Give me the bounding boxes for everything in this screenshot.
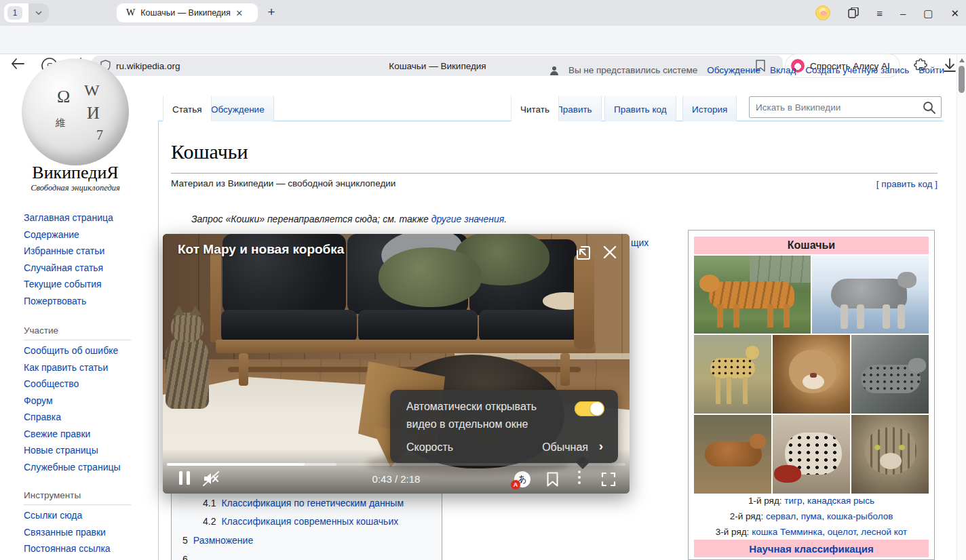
personal-link-talk[interactable]: Обсуждение [707,65,760,75]
toc-item[interactable]: 4.2Классификация современных кошачьих [203,516,398,527]
toc-item[interactable]: 6 [182,554,193,560]
sidebar-item-contents[interactable]: Содержание [24,229,79,240]
hatnote-link[interactable]: другие значения [431,214,505,224]
sidebar-item-community[interactable]: Сообщество [24,378,79,389]
tab-history[interactable]: История [682,96,737,121]
sidebar-item-current-events[interactable]: Текущие события [24,279,102,289]
taxobox: Кошачьи [688,230,935,560]
green-pillow [379,247,482,307]
globe-glyph: 7 [96,127,103,143]
link-tiger[interactable]: тигр [784,496,802,506]
fishing-cat-image[interactable] [851,335,929,414]
chevron-down-icon[interactable] [28,3,49,22]
sidebar-item-new-pages[interactable]: Новые страницы [24,445,98,456]
search-icon[interactable] [923,101,935,114]
sidebar-item-help[interactable]: Справка [24,412,61,422]
tab-read[interactable]: Читать [511,96,559,121]
popout-icon[interactable] [575,245,592,261]
close-window-button[interactable]: ✕ [950,8,959,18]
link-puma[interactable]: пума [801,511,822,521]
personal-link-create-account[interactable]: Создать учётную запись [805,65,909,75]
translate-badge: A [511,480,520,489]
temminck-cat-image[interactable] [694,415,771,494]
lynx-image[interactable] [812,256,929,334]
video-player[interactable]: Кот Мару и новая коробка 0:43 / 2:18 あ A [163,234,630,494]
tab-article[interactable]: Статья [163,96,212,121]
sidebar-item-main-page[interactable]: Заглавная страница [24,212,113,223]
tab-discussion[interactable]: Обсуждение [201,96,274,121]
panels-icon[interactable] [848,7,859,18]
browser-menu-icon[interactable]: ≡ [876,8,883,18]
link-wildcat[interactable]: лесной кот [861,527,907,537]
maximize-button[interactable]: ▢ [923,8,933,18]
globe-glyph: W [84,81,100,100]
save-bookmark-icon[interactable] [547,472,558,487]
page-scrollbar[interactable] [957,54,966,560]
fullscreen-icon[interactable] [601,472,616,487]
sidebar-header-participation: Участие [24,325,131,340]
sidebar-header-tools: Инструменты [24,490,131,505]
link-serval[interactable]: сервал [766,511,796,521]
sidebar-item-permanent-link[interactable]: Постоянная ссылка [24,543,111,554]
edit-source-link[interactable]: [ править код ] [876,179,938,189]
tab-group-button[interactable]: 1 [4,3,49,22]
globe-glyph: 維 [56,117,66,129]
sidebar-item-forum[interactable]: Форум [24,395,53,406]
speed-value[interactable]: Обычная [542,441,588,454]
scrollbar-thumb[interactable] [959,66,965,93]
personal-link-contributions[interactable]: Вклад [770,65,796,75]
sidebar-item-related-changes[interactable]: Связанные правки [24,527,106,538]
taxobox-caption-row3: 3-й ряд: кошка Темминка, оцелот, лесной … [689,527,934,537]
toc-item[interactable]: 4.1Классификация по генетическим данным [203,498,404,508]
sidebar-item-what-links-here[interactable]: Ссылки сюда [24,510,82,521]
wikipedia-wordmark[interactable]: ВикипедиЯ [0,163,151,183]
muted-volume-icon[interactable] [202,471,220,487]
link-canada-lynx[interactable]: канадская рысь [807,496,874,506]
browser-tab[interactable]: W Кошачьи — Википедия ✕ [117,3,258,22]
minimize-button[interactable]: – [900,8,906,18]
content-left-border [158,121,159,560]
title-rule [171,173,938,174]
video-time: 0:43 / 2:18 [372,473,421,485]
sidebar-item-special-pages[interactable]: Служебные страницы [24,462,121,473]
occluded-text-fragment[interactable]: щих [631,237,649,248]
ocelot-image[interactable] [773,415,850,494]
personal-bar: Вы не представились системе Обсуждение В… [0,65,944,75]
wikipedia-globe-logo[interactable]: Ω W И 7 維 [22,58,129,165]
downloads-icon[interactable] [943,58,957,73]
tiger-image[interactable] [694,256,811,334]
scroll-up-arrow-icon[interactable] [959,58,965,62]
tab-title: Кошачьи — Википедия [140,8,235,18]
sidebar-item-how-to-edit[interactable]: Как править статьи [24,362,108,373]
sidebar-item-random[interactable]: Случайная статья [24,262,103,273]
search-input[interactable] [750,97,941,117]
toc-item[interactable]: 5Размножение [182,535,253,546]
video-title: Кот Мару и новая коробка [178,242,344,257]
sidebar-item-report-error[interactable]: Сообщить об ошибке [24,345,118,356]
chevron-right-icon[interactable]: › [599,439,603,454]
sidebar-item-recent-changes[interactable]: Свежие правки [24,428,90,439]
sidebar-item-featured[interactable]: Избранные статьи [24,245,104,256]
tab-edit-source[interactable]: Править код [604,96,676,121]
new-tab-button[interactable]: + [262,3,281,22]
wildcat-image[interactable] [851,415,929,494]
profile-avatar[interactable] [815,5,830,20]
video-close-icon[interactable] [602,245,617,260]
tab-close-icon[interactable]: ✕ [235,8,243,18]
personal-link-login[interactable]: Войти [919,65,944,75]
auto-open-toggle[interactable] [575,401,604,416]
speed-label: Скорость [406,441,453,454]
table-of-contents: 4.1Классификация по генетическим данным … [171,492,442,560]
link-fishing-cat[interactable]: кошка-рыболов [827,511,893,521]
video-menu-icon[interactable] [578,471,581,487]
globe-glyph: И [87,103,100,123]
page-title: Кошачьи [171,140,248,163]
link-temminck-cat[interactable]: кошка Темминка [752,527,822,537]
serval-image[interactable] [694,335,771,414]
puma-image[interactable] [773,335,850,414]
translate-video-icon[interactable]: あ A [514,471,530,487]
taxobox-section-classification[interactable]: Научная классификация [694,540,929,557]
sidebar-item-donate[interactable]: Пожертвовать [24,296,86,306]
link-ocelot[interactable]: оцелот [828,527,856,537]
pause-button[interactable] [179,471,191,485]
